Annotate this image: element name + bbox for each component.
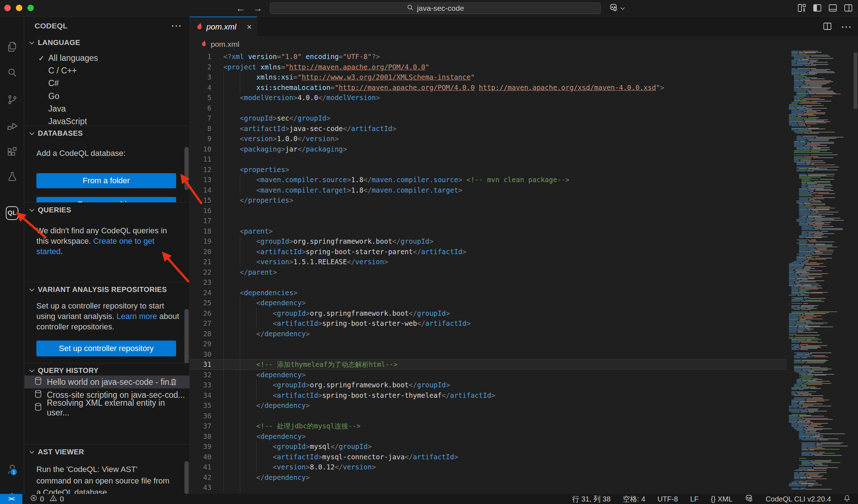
code-line[interactable]: 12 <properties> — [190, 165, 787, 175]
editor-more-actions-icon[interactable]: ··· — [841, 22, 852, 32]
code-line[interactable]: 8 <artifactId>java-sec-code</artifactId> — [190, 123, 787, 134]
code-line[interactable]: 14 <maven.compiler.target>1.8</maven.com… — [190, 185, 787, 195]
nav-forward-button[interactable]: → — [253, 3, 263, 14]
language-item-java[interactable]: Java — [35, 103, 189, 115]
code-line[interactable]: 15 </properties> — [190, 195, 787, 206]
status-encoding[interactable]: UTF-8 — [657, 495, 678, 503]
language-section-header[interactable]: LANGUAGE — [24, 35, 189, 49]
trash-icon[interactable] — [170, 378, 177, 388]
code-line[interactable]: 32 <dependency> — [190, 370, 787, 380]
code-line[interactable]: 5 <modelVersion>4.0.0</modelVersion> — [190, 93, 787, 103]
remote-indicator[interactable]: >< — [0, 494, 22, 504]
tab-close-icon[interactable]: × — [247, 22, 252, 32]
notifications-bell-icon[interactable] — [843, 494, 851, 504]
query-history-item[interactable]: Hello world on java-sec-code - fin... — [24, 375, 189, 388]
setup-controller-repository-button[interactable]: Set up controller repository — [36, 341, 176, 356]
status-cursor-position[interactable]: 行 31, 列 38 — [572, 494, 611, 504]
nav-back-button[interactable]: ← — [236, 3, 245, 14]
sidebar-scrollbar[interactable] — [184, 309, 189, 363]
code-line[interactable]: 28 </dependency> — [190, 329, 787, 339]
accounts-icon[interactable]: 1 — [0, 462, 24, 476]
status-language-mode[interactable]: {} XML — [711, 495, 732, 503]
code-line[interactable]: 35 </dependency> — [190, 400, 787, 411]
code-line[interactable]: 17 — [190, 216, 787, 226]
window-zoom-button[interactable] — [27, 5, 34, 11]
window-close-button[interactable] — [4, 5, 11, 11]
toggle-primary-sidebar-icon[interactable] — [813, 3, 822, 13]
code-line[interactable]: 40 <artifactId>mysql-connector-java</art… — [190, 452, 787, 462]
status-indentation[interactable]: 空格: 4 — [623, 494, 645, 504]
breadcrumb[interactable]: pom.xml — [190, 37, 858, 51]
code-line[interactable]: 13 <maven.compiler.source>1.8</maven.com… — [190, 175, 787, 185]
breadcrumb-item[interactable]: pom.xml — [211, 40, 239, 49]
code-line[interactable]: 37 <!-- 处理jdbc的mysql连接--> — [190, 421, 787, 431]
sidebar-scrollbar[interactable] — [184, 461, 189, 494]
editor-scrollbar[interactable] — [853, 36, 858, 494]
code-line[interactable]: 36 — [190, 411, 787, 421]
code-line[interactable]: 22 </parent> — [190, 267, 787, 278]
query-history-item[interactable]: Resolving XML external entity in user... — [24, 401, 189, 414]
code-line[interactable]: 11 — [190, 154, 787, 165]
toggle-panel-icon[interactable] — [828, 3, 837, 13]
code-line[interactable]: 27 <artifactId>spring-boot-starter-web</… — [190, 318, 787, 329]
language-item-go[interactable]: Go — [35, 90, 189, 103]
code-line[interactable]: 26 <groupId>org.springframework.boot</gr… — [190, 308, 787, 319]
code-line[interactable]: 7 <groupId>sec</groupId> — [190, 113, 787, 123]
search-sidebar-icon[interactable] — [0, 66, 24, 80]
code-line[interactable]: 33 <groupId>org.springframework.boot</gr… — [190, 380, 787, 390]
code-line[interactable]: 2<project xmlns="http://maven.apache.org… — [190, 62, 787, 72]
code-line[interactable]: 9 <version>1.0.0</version> — [190, 134, 787, 144]
status-eol[interactable]: LF — [690, 495, 698, 503]
customize-layout-icon[interactable] — [797, 3, 806, 13]
code-line[interactable]: 42 </dependency> — [190, 472, 787, 483]
learn-more-link[interactable]: Learn more — [117, 312, 157, 321]
code-line[interactable]: 6 — [190, 103, 787, 113]
code-line[interactable]: 24 <dependencies> — [190, 288, 787, 298]
tab-pom-xml[interactable]: pom.xml × — [190, 17, 257, 37]
from-archive-button[interactable]: From an archive — [36, 197, 176, 202]
code-editor[interactable]: 1<?xml version="1.0" encoding="UTF-8"?>2… — [190, 51, 787, 494]
status-codeql-cli[interactable]: CodeQL CLI v2.20.4 — [765, 495, 831, 503]
minimap[interactable] — [787, 49, 853, 494]
code-line[interactable]: 1<?xml version="1.0" encoding="UTF-8"?> — [190, 51, 787, 62]
ast-viewer-section-header[interactable]: AST VIEWER — [24, 445, 189, 459]
code-line[interactable]: 20 <artifactId>spring-boot-starter-paren… — [190, 247, 787, 257]
window-minimize-button[interactable] — [16, 5, 22, 11]
toggle-secondary-sidebar-icon[interactable] — [844, 3, 853, 13]
code-line[interactable]: 38 <dependency> — [190, 431, 787, 442]
code-line[interactable]: 30 — [190, 349, 787, 360]
code-line[interactable]: 39 <groupId>mysql</groupId> — [190, 441, 787, 452]
split-editor-icon[interactable] — [823, 22, 832, 32]
source-control-icon[interactable] — [0, 93, 24, 107]
command-center-search[interactable]: java-sec-code — [270, 3, 601, 14]
code-line[interactable]: 18 <parent> — [190, 226, 787, 237]
databases-section-header[interactable]: DATABASES — [24, 126, 189, 140]
code-line[interactable]: 21 <version>1.5.1.RELEASE</version> — [190, 257, 787, 267]
code-line[interactable]: 19 <groupId>org.springframework.boot</gr… — [190, 236, 787, 247]
code-line[interactable]: 16 — [190, 206, 787, 216]
copilot-status-icon[interactable] — [745, 494, 753, 504]
code-line[interactable]: 31 <!-- 添加thymeleaf为了动态解析html--> — [190, 359, 787, 370]
code-line[interactable]: 3 xmlns:xsi="http://www.w3.org/2001/XMLS… — [190, 72, 787, 82]
from-folder-button[interactable]: From a folder — [36, 173, 176, 188]
explorer-icon[interactable] — [0, 40, 24, 54]
code-line[interactable]: 34 <artifactId>spring-boot-starter-thyme… — [190, 390, 787, 401]
language-item-c-c-[interactable]: C / C++ — [35, 64, 189, 77]
code-line[interactable]: 4 xsi:schemaLocation="http://maven.apach… — [190, 82, 787, 93]
codeql-icon[interactable]: QL — [0, 205, 24, 221]
sidebar-scrollbar[interactable] — [184, 147, 189, 190]
copilot-menu-button[interactable] — [609, 3, 625, 14]
code-line[interactable]: 25 <dependency> — [190, 298, 787, 308]
code-line[interactable]: 29 — [190, 339, 787, 349]
code-line[interactable]: 43 — [190, 482, 787, 493]
code-line[interactable]: 10 <packaging>jar</packaging> — [190, 144, 787, 154]
language-item-all-languages[interactable]: ✓All languages — [35, 52, 189, 64]
testing-beaker-icon[interactable] — [0, 170, 24, 184]
editor-scrollbar-thumb[interactable] — [854, 53, 857, 109]
variant-analysis-section-header[interactable]: VARIANT ANALYSIS REPOSITORIES — [24, 282, 189, 296]
code-line[interactable]: 23 — [190, 277, 787, 288]
code-line[interactable]: 41 <version>8.0.12</version> — [190, 462, 787, 472]
problems-status[interactable]: 0 0 — [30, 495, 64, 503]
language-item-c-[interactable]: C# — [35, 77, 189, 90]
language-item-javascript[interactable]: JavaScript — [35, 115, 189, 126]
